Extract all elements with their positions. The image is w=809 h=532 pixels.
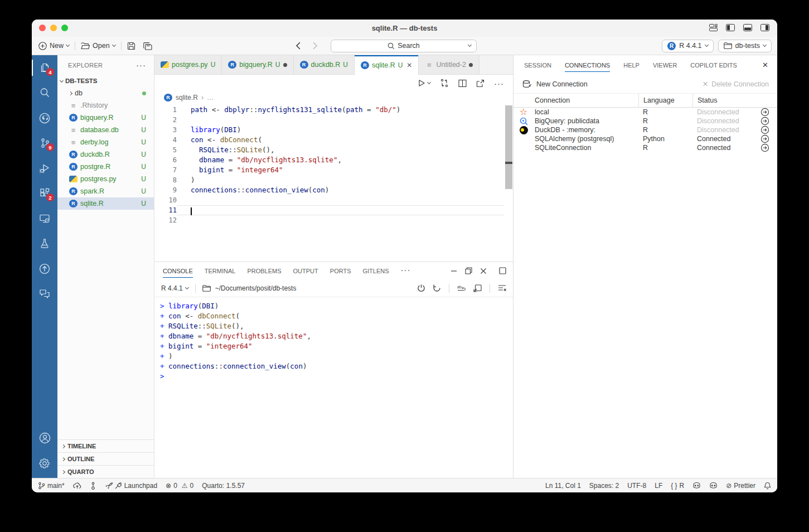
panel-tab-terminal[interactable]: TERMINAL (205, 264, 236, 278)
panel-tab-gitlens[interactable]: GITLENS (363, 264, 389, 278)
copilot-button[interactable] (692, 482, 701, 489)
tree-item-bigquery-r[interactable]: Rbigquery.RU (57, 112, 154, 124)
open-connection-button[interactable] (760, 134, 777, 143)
panel-tab-ports[interactable]: PORTS (330, 264, 351, 278)
account-button[interactable] (32, 425, 57, 451)
connection-row-bigquery--publicdata[interactable]: BigQuery: publicdataRDisconnected (514, 117, 777, 125)
sidebar-item-search[interactable] (32, 80, 57, 105)
eol-status[interactable]: LF (655, 482, 662, 490)
sidebar-item-testing[interactable] (32, 231, 57, 256)
open-connection-button[interactable] (760, 108, 777, 117)
tree-item-sqlite-r[interactable]: Rsqlite.RU (57, 197, 154, 210)
open-connection-button[interactable] (760, 117, 777, 125)
sidebar-item-publish[interactable] (32, 256, 57, 281)
console-output[interactable]: > library(DBI)+ con <- dbConnect(+ RSQLi… (154, 297, 513, 478)
move-console-to-editor-icon[interactable] (473, 284, 482, 292)
zoom-window-button[interactable] (61, 25, 68, 31)
minimize-panel-icon[interactable] (450, 268, 457, 274)
copilot-edits-button[interactable] (709, 482, 718, 489)
save-all-button[interactable] (143, 42, 153, 50)
tree-item-database-db[interactable]: ≡database.dbU (57, 124, 154, 136)
tab-help[interactable]: HELP (623, 58, 640, 72)
tree-item-db[interactable]: db (57, 87, 154, 99)
problems-status[interactable]: ⊗0 ⚠0 (166, 482, 193, 490)
connection-row-duckdb----memory-[interactable]: DuckDB - :memory:RDisconnected (514, 125, 777, 134)
open-button[interactable]: Open (81, 42, 115, 50)
tab-bigquery-r[interactable]: Rbigquery.RU (222, 55, 293, 75)
clear-console-icon[interactable] (498, 284, 506, 292)
tree-item-spark-r[interactable]: Rspark.RU (57, 185, 154, 197)
section-outline[interactable]: OUTLINE (57, 452, 154, 465)
sidebar-item-remote-explorer[interactable] (32, 206, 57, 231)
restart-console-icon[interactable] (433, 284, 441, 292)
branch-status[interactable]: main* (38, 482, 65, 490)
tab-connections[interactable]: CONNECTIONS (565, 58, 610, 72)
workspace-picker[interactable]: db-tests (718, 40, 772, 52)
sidebar-item-run-debug[interactable] (32, 156, 57, 181)
sync-changes-button[interactable] (73, 482, 81, 489)
indentation-status[interactable]: Spaces: 2 (589, 482, 619, 490)
word-wrap-icon[interactable]: ab (457, 284, 466, 292)
search-input[interactable]: Search (331, 40, 477, 52)
sidebar-item-extensions[interactable]: 2 (32, 181, 57, 206)
customize-layout-icon[interactable] (709, 24, 718, 31)
formatter-status[interactable]: ⊘ Prettier (726, 482, 755, 490)
section-quarto[interactable]: QUARTO (57, 465, 154, 478)
tab-session[interactable]: SESSION (524, 58, 551, 72)
toggle-panel-icon[interactable] (743, 24, 752, 31)
sidebar-item-explorer[interactable]: 4 (32, 55, 57, 80)
tab-copilot-edits[interactable]: COPILOT EDITS (690, 58, 737, 72)
navigate-back-icon[interactable] (295, 42, 301, 50)
more-actions-icon[interactable]: ··· (136, 60, 146, 70)
more-actions-icon[interactable]: ··· (401, 265, 411, 277)
tree-item-postgres-py[interactable]: postgres.pyU (57, 173, 154, 185)
sidebar-item-chat[interactable] (32, 281, 57, 306)
navigate-forward-icon[interactable] (313, 42, 318, 50)
console-interpreter-picker[interactable]: R 4.4.1 (161, 284, 188, 292)
tree-root-db-tests[interactable]: DB-TESTS (57, 75, 154, 87)
tree-item--rhistory[interactable]: ≡.Rhistory (57, 99, 154, 112)
connection-row-sqliteconnection[interactable]: SQLiteConnectionRConnected (514, 143, 777, 152)
shutdown-console-icon[interactable] (417, 284, 425, 292)
notifications-button[interactable] (764, 482, 771, 490)
settings-button[interactable] (32, 451, 57, 476)
toggle-primary-sidebar-icon[interactable] (726, 24, 735, 31)
open-connection-button[interactable] (760, 125, 777, 134)
section-timeline[interactable]: TIMELINE (57, 439, 154, 452)
sidebar-item-source-control[interactable]: 9 (32, 130, 57, 156)
run-file-button[interactable] (418, 79, 430, 87)
tab-untitled-2[interactable]: ≡Untitled-2 (419, 55, 479, 75)
source-file-button[interactable] (440, 79, 449, 88)
panel-layout-icon[interactable] (499, 267, 506, 274)
close-window-button[interactable] (39, 25, 46, 31)
new-connection-button[interactable]: New Connection (536, 80, 588, 88)
tree-item-postgre-r[interactable]: Rpostgre.RU (57, 161, 154, 173)
tab-viewer[interactable]: VIEWER (653, 58, 677, 72)
delete-connection-button[interactable]: ✕ Delete Connection (703, 80, 769, 88)
open-in-new-window-button[interactable] (476, 79, 485, 88)
close-panel-icon[interactable] (480, 268, 487, 274)
tab-postgres-py[interactable]: postgres.pyU (154, 55, 222, 75)
gitlens-button[interactable] (90, 482, 96, 490)
toggle-secondary-sidebar-icon[interactable] (760, 24, 769, 31)
editor-scrollbar[interactable] (505, 105, 512, 189)
open-connection-button[interactable] (760, 143, 777, 152)
encoding-status[interactable]: UTF-8 (627, 482, 646, 490)
save-button[interactable] (127, 42, 135, 50)
new-button[interactable]: New (38, 42, 69, 50)
tab-duckdb-r[interactable]: Rduckdb.RU (294, 55, 355, 75)
maximize-panel-icon[interactable] (465, 267, 472, 274)
connection-row-sqlalchemy--postgresql-[interactable]: SQLAlchemy (postgresql)PythonConnected (514, 134, 777, 143)
close-icon[interactable]: ✕ (406, 61, 412, 69)
tree-item-duckdb-r[interactable]: Rduckdb.RU (57, 148, 154, 161)
more-actions-icon[interactable]: ··· (494, 79, 504, 88)
quarto-status[interactable]: Quarto: 1.5.57 (202, 482, 245, 490)
breadcrumb-more[interactable]: … (207, 94, 214, 101)
tree-item-derby-log[interactable]: ≡derby.logU (57, 136, 154, 148)
panel-tab-problems[interactable]: PROBLEMS (247, 264, 281, 278)
cursor-position-status[interactable]: Ln 11, Col 1 (545, 482, 581, 490)
code-editor[interactable]: 1path <- dbplyr::nycflights131_sqlite(pa… (154, 104, 513, 262)
sidebar-item-github[interactable] (32, 105, 57, 130)
tab-sqlite-r[interactable]: Rsqlite.RU✕ (355, 55, 419, 75)
panel-tab-console[interactable]: CONSOLE (163, 264, 193, 278)
